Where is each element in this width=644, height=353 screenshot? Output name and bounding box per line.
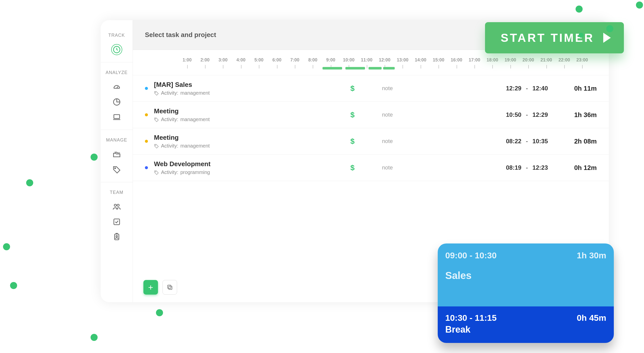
entry-activity-value: management	[180, 143, 210, 149]
schedule-top-duration: 1h 30m	[577, 251, 606, 260]
schedule-bottom-title: Break	[445, 324, 606, 335]
entry-color-dot	[145, 87, 148, 90]
schedule-top-title: Sales	[445, 270, 606, 281]
pie-chart-icon[interactable]	[111, 96, 122, 108]
dash-separator: -	[526, 111, 528, 118]
time-entry-row[interactable]: Web Development Activity: programming $ …	[133, 155, 609, 181]
tag-icon	[154, 144, 159, 149]
entry-start: 10:50	[506, 111, 521, 118]
entry-end: 10:35	[533, 138, 548, 145]
tag-icon	[154, 91, 159, 96]
timeline-hour-label: 6:00	[268, 57, 286, 63]
timeline-hour-label: 4:00	[232, 57, 250, 63]
dash-separator: -	[526, 138, 528, 145]
id-badge-icon[interactable]	[111, 231, 122, 242]
timeline-hour-label: 17:00	[465, 57, 483, 63]
tag-icon	[154, 170, 159, 175]
entry-activity-value: programming	[180, 169, 210, 175]
stage: TRACK ANALYZE MANAGE	[0, 0, 644, 353]
checkbox-icon[interactable]	[111, 216, 122, 227]
billable-toggle[interactable]: $	[341, 137, 364, 146]
entry-title: Meeting	[154, 134, 335, 142]
sidebar-section-analyze: ANALYZE	[106, 70, 128, 75]
entry-start: 08:22	[506, 138, 521, 145]
entry-start: 12:29	[506, 85, 521, 92]
timeline-hour-label: 1:00	[178, 57, 196, 63]
timeline-hour-label: 5:00	[250, 57, 268, 63]
timeline-ruler: 1:002:003:004:005:006:007:008:009:0010:0…	[133, 50, 609, 75]
entry-end: 12:29	[533, 111, 548, 118]
entry-title: Meeting	[154, 107, 335, 115]
schedule-top-range: 09:00 - 10:30	[445, 251, 497, 260]
entry-activity-value: management	[180, 117, 210, 122]
timeline-hour-label: 21:00	[537, 57, 555, 63]
decorative-dot	[606, 25, 613, 32]
dash-separator: -	[526, 164, 528, 171]
entry-times[interactable]: 10:50 - 12:29	[482, 111, 548, 118]
entry-note[interactable]: note	[370, 112, 405, 118]
timeline-busy-segment	[369, 67, 382, 69]
timeline-hour-label: 13:00	[394, 57, 412, 63]
entry-note[interactable]: note	[370, 85, 405, 92]
entry-duration: 2h 08m	[554, 137, 597, 145]
entry-times[interactable]: 12:29 - 12:40	[482, 85, 548, 92]
timeline-hour-label: 10:00	[340, 57, 358, 63]
sidebar: TRACK ANALYZE MANAGE	[101, 20, 133, 302]
folders-icon[interactable]	[111, 149, 122, 160]
add-entry-button[interactable]: +	[143, 280, 158, 295]
timeline-hour-label: 3:00	[214, 57, 232, 63]
decorative-dot	[91, 154, 98, 161]
sidebar-section-manage: MANAGE	[106, 137, 127, 143]
decorative-dot	[26, 179, 33, 186]
clock-icon[interactable]	[111, 44, 122, 55]
entry-activity-label: Activity:	[161, 169, 178, 175]
timeline-hour-label: 7:00	[286, 57, 304, 63]
schedule-bottom-range: 10:30 - 11:15	[445, 313, 497, 323]
entry-times[interactable]: 08:19 - 12:23	[482, 164, 548, 171]
billable-toggle[interactable]: $	[341, 84, 364, 93]
decorative-dot	[3, 243, 10, 250]
task-select-input[interactable]: Select task and project	[145, 31, 216, 39]
timeline-hour-label: 22:00	[555, 57, 573, 63]
timeline-busy-segment	[323, 67, 342, 69]
timeline-hour-label: 18:00	[484, 57, 501, 63]
svg-point-8	[116, 235, 117, 237]
sidebar-section-track: TRACK	[108, 33, 125, 38]
decorative-dot	[10, 282, 17, 289]
entry-title-col: [MAR] Sales Activity: management	[154, 81, 335, 96]
entry-color-dot	[145, 113, 148, 116]
billable-toggle[interactable]: $	[341, 111, 364, 119]
timeline-hour-label: 20:00	[519, 57, 537, 63]
billable-toggle[interactable]: $	[341, 163, 364, 172]
schedule-block-break[interactable]: 10:30 - 11:15 0h 45m Break	[438, 306, 614, 343]
time-entry-row[interactable]: Meeting Activity: management $ note 10:5…	[133, 102, 609, 128]
svg-point-4	[114, 204, 116, 206]
svg-rect-13	[169, 286, 172, 290]
dash-separator: -	[526, 85, 528, 92]
time-entry-row[interactable]: Meeting Activity: management $ note 08:2…	[133, 128, 609, 155]
time-entry-row[interactable]: [MAR] Sales Activity: management $ note …	[133, 75, 609, 102]
timeline-hour-label: 12:00	[376, 57, 393, 63]
play-icon	[603, 33, 611, 43]
copy-entry-button[interactable]	[163, 280, 177, 295]
entry-note[interactable]: note	[370, 138, 405, 145]
svg-point-10	[155, 119, 156, 119]
timeline-hour-label: 15:00	[429, 57, 447, 63]
start-timer-button[interactable]: START TIMER	[485, 22, 624, 53]
entry-end: 12:40	[533, 85, 548, 92]
tag-icon[interactable]	[111, 164, 122, 175]
svg-point-11	[155, 145, 156, 146]
dashboard-gauge-icon[interactable]	[111, 81, 122, 92]
decorative-dot	[579, 33, 584, 38]
laptop-icon[interactable]	[111, 112, 122, 123]
timeline-hour-label: 2:00	[196, 57, 214, 63]
schedule-block-sales[interactable]: 09:00 - 10:30 1h 30m Sales	[438, 243, 614, 306]
entry-note[interactable]: note	[370, 164, 405, 171]
entry-title-col: Meeting Activity: management	[154, 134, 335, 149]
people-icon[interactable]	[111, 201, 122, 212]
entry-activity-value: management	[180, 90, 210, 96]
sidebar-section-team: TEAM	[110, 190, 123, 195]
entry-times[interactable]: 08:22 - 10:35	[482, 138, 548, 145]
decorative-dot	[156, 309, 163, 316]
entry-color-dot	[145, 166, 148, 169]
